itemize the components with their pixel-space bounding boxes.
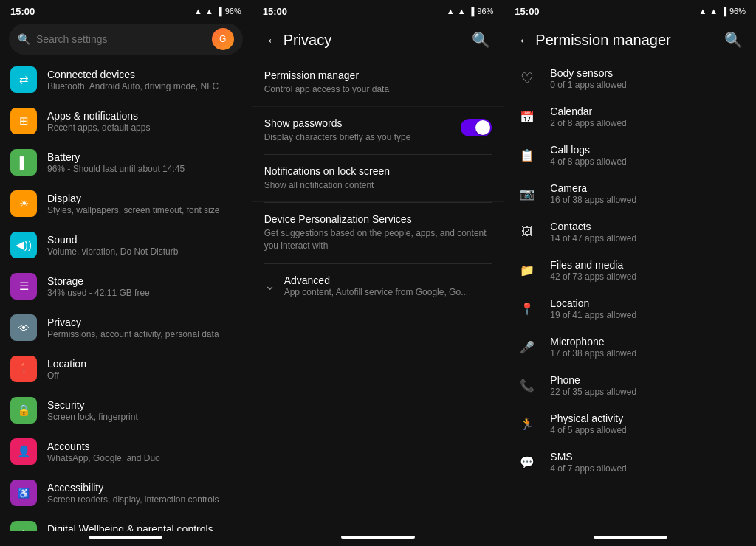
search-bar[interactable]: 🔍 G xyxy=(9,24,243,55)
status-icons-left: ▲ ▲ ▐ 96% xyxy=(194,7,241,15)
back-button-privacy[interactable]: ← xyxy=(263,29,284,52)
settings-item-accessibility[interactable]: ♿ Accessibility Screen readers, display,… xyxy=(0,472,252,514)
phone-icon: 📞 xyxy=(516,379,538,393)
sms-label: SMS xyxy=(550,451,744,463)
signal-icon: ▲ xyxy=(205,7,213,15)
perm-item-camera[interactable]: 📷 Camera 16 of 38 apps allowed xyxy=(504,174,756,212)
back-button-permission[interactable]: ← xyxy=(515,29,535,52)
search-input[interactable] xyxy=(36,33,206,45)
avatar[interactable]: G xyxy=(212,28,234,50)
perm-item-body-sensors[interactable]: ♡ Body sensors 0 of 1 apps allowed xyxy=(504,59,756,97)
battery-icon-mid: ▐ xyxy=(469,7,475,15)
location-icon-nav: 📍 xyxy=(10,356,37,382)
privacy-item-device-personalization[interactable]: Device Personalization Services Get sugg… xyxy=(252,203,504,263)
permission-manager-sub: Control app access to your data xyxy=(264,83,492,96)
sound-icon: ◀)) xyxy=(10,232,37,258)
calendar-icon: 📅 xyxy=(516,110,538,124)
status-icons-middle: ▲ ▲ ▐ 96% xyxy=(447,7,494,15)
sms-text: SMS 4 of 7 apps allowed xyxy=(550,451,744,474)
microphone-text: Microphone 17 of 38 apps allowed xyxy=(550,336,744,359)
privacy-label: Privacy xyxy=(47,317,241,328)
battery-icon: ▐ xyxy=(216,7,222,15)
permission-manager-title: Permission manager xyxy=(535,32,721,49)
settings-text-digital: Digital Wellbeing & parental controls Sc… xyxy=(47,523,241,532)
search-button-privacy[interactable]: 🔍 xyxy=(469,28,493,52)
device-personalization-title: Device Personalization Services xyxy=(264,213,492,225)
settings-item-security[interactable]: 🔒 Security Screen lock, fingerprint xyxy=(0,390,252,431)
call-logs-icon: 📋 xyxy=(516,148,538,162)
settings-item-connected[interactable]: ⇄ Connected devices Bluetooth, Android A… xyxy=(0,59,252,100)
wifi-icon-right: ▲ xyxy=(698,7,707,15)
home-indicator-middle xyxy=(252,531,504,546)
settings-item-sound[interactable]: ◀)) Sound Volume, vibration, Do Not Dist… xyxy=(0,224,252,266)
privacy-item-advanced[interactable]: ⌄ Advanced App content, Autofill service… xyxy=(252,264,504,308)
search-icon: 🔍 xyxy=(18,33,30,45)
body-sensors-text: Body sensors 0 of 1 apps allowed xyxy=(550,67,744,90)
settings-text-battery: Battery 96% - Should last until about 14… xyxy=(47,151,241,174)
perm-item-physical-activity[interactable]: 🏃 Physical activity 4 of 5 apps allowed xyxy=(504,404,756,443)
files-media-label: Files and media xyxy=(550,259,744,271)
perm-item-phone[interactable]: 📞 Phone 22 of 35 apps allowed xyxy=(504,366,756,404)
signal-icon-right: ▲ xyxy=(709,7,718,15)
privacy-title: Privacy xyxy=(284,32,470,49)
perm-item-location[interactable]: 📍 Location 19 of 41 apps allowed xyxy=(504,289,756,328)
perm-item-files-media[interactable]: 📁 Files and media 42 of 73 apps allowed xyxy=(504,251,756,289)
settings-item-display[interactable]: ☀ Display Styles, wallpapers, screen tim… xyxy=(0,183,252,224)
camera-text: Camera 16 of 38 apps allowed xyxy=(550,182,744,205)
battery-icon-nav: ▌ xyxy=(10,149,37,176)
call-logs-label: Call logs xyxy=(550,144,744,156)
digital-label: Digital Wellbeing & parental controls xyxy=(47,523,241,532)
privacy-item-permission-manager[interactable]: Permission manager Control app access to… xyxy=(252,59,504,107)
search-button-permission[interactable]: 🔍 xyxy=(721,28,746,52)
storage-icon: ☰ xyxy=(10,273,37,300)
physical-activity-icon: 🏃 xyxy=(516,417,538,431)
home-bar-middle xyxy=(341,536,415,539)
home-bar-right xyxy=(594,536,667,539)
settings-item-accounts[interactable]: 👤 Accounts WhatsApp, Google, and Duo xyxy=(0,431,252,472)
settings-item-privacy[interactable]: 👁 Privacy Permissions, account activity,… xyxy=(0,307,252,348)
perm-item-microphone[interactable]: 🎤 Microphone 17 of 38 apps allowed xyxy=(504,328,756,366)
call-logs-sub: 4 of 8 apps allowed xyxy=(550,156,744,167)
apps-icon: ⊞ xyxy=(10,108,37,134)
physical-activity-text: Physical activity 4 of 5 apps allowed xyxy=(550,412,744,435)
settings-text-location: Location Off xyxy=(47,358,241,381)
settings-item-battery[interactable]: ▌ Battery 96% - Should last until about … xyxy=(0,142,252,183)
show-passwords-toggle[interactable] xyxy=(461,119,492,136)
privacy-sub: Permissions, account activity, personal … xyxy=(47,329,241,339)
advanced-text: Advanced App content, Autofill service f… xyxy=(284,274,492,297)
digital-icon: ⏱ xyxy=(10,521,37,531)
device-personalization-sub: Get suggestions based on the people, app… xyxy=(264,227,492,252)
connected-sub: Bluetooth, Android Auto, driving mode, N… xyxy=(47,81,241,91)
settings-item-digital[interactable]: ⏱ Digital Wellbeing & parental controls … xyxy=(0,514,252,531)
wifi-icon: ▲ xyxy=(194,7,202,15)
perm-item-contacts[interactable]: 🖼 Contacts 14 of 47 apps allowed xyxy=(504,212,756,251)
perm-item-sms[interactable]: 💬 SMS 4 of 7 apps allowed xyxy=(504,443,756,481)
settings-text-connected: Connected devices Bluetooth, Android Aut… xyxy=(47,69,241,91)
settings-text-security: Security Screen lock, fingerprint xyxy=(47,399,241,422)
perm-item-call-logs[interactable]: 📋 Call logs 4 of 8 apps allowed xyxy=(504,136,756,174)
physical-activity-label: Physical activity xyxy=(550,412,744,424)
connected-label: Connected devices xyxy=(47,69,241,80)
perm-item-calendar[interactable]: 📅 Calendar 2 of 8 apps allowed xyxy=(504,97,756,136)
settings-text-privacy: Privacy Permissions, account activity, p… xyxy=(47,317,241,339)
apps-label: Apps & notifications xyxy=(47,110,241,122)
settings-item-storage[interactable]: ☰ Storage 34% used - 42.11 GB free xyxy=(0,266,252,307)
location-text: Location 19 of 41 apps allowed xyxy=(550,297,744,320)
privacy-item-show-passwords[interactable]: Show passwords Display characters briefl… xyxy=(252,107,504,154)
settings-list: ⇄ Connected devices Bluetooth, Android A… xyxy=(0,59,252,531)
location-sub: Off xyxy=(47,370,241,381)
settings-item-apps[interactable]: ⊞ Apps & notifications Recent apps, defa… xyxy=(0,100,252,142)
privacy-icon: 👁 xyxy=(10,314,37,341)
calendar-text: Calendar 2 of 8 apps allowed xyxy=(550,106,744,128)
accessibility-icon: ♿ xyxy=(10,480,37,506)
permission-manager-top-bar: ← Permission manager 🔍 xyxy=(504,21,756,59)
body-sensors-sub: 0 of 1 apps allowed xyxy=(550,80,744,90)
files-media-sub: 42 of 73 apps allowed xyxy=(550,272,744,282)
privacy-item-notifications-lock[interactable]: Notifications on lock screen Show all no… xyxy=(252,155,504,203)
battery-sub: 96% - Should last until about 14:45 xyxy=(47,164,241,174)
battery-label: Battery xyxy=(47,151,241,163)
notifications-lock-title: Notifications on lock screen xyxy=(264,165,492,177)
settings-item-location[interactable]: 📍 Location Off xyxy=(0,348,252,390)
apps-sub: Recent apps, default apps xyxy=(47,122,241,133)
calendar-label: Calendar xyxy=(550,106,744,117)
